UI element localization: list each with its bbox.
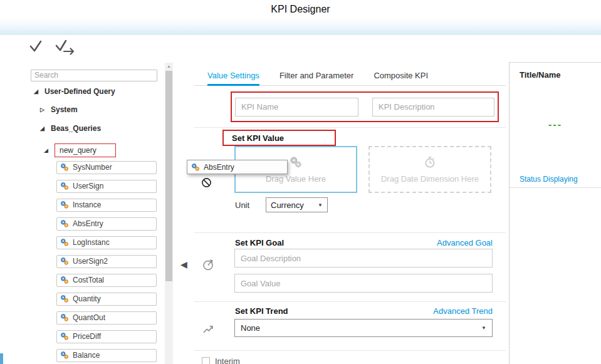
query-field-item[interactable]: UserSign2 bbox=[56, 255, 157, 268]
field-icon bbox=[60, 351, 69, 360]
tree-node-label: System bbox=[51, 105, 78, 114]
query-field-item[interactable]: UserSign bbox=[56, 180, 157, 193]
chevron-down-icon: ▼ bbox=[481, 325, 486, 331]
unit-label: Unit bbox=[235, 200, 249, 210]
window-edge-accent bbox=[0, 353, 3, 364]
sidebar-scrollbar[interactable]: ▲ bbox=[165, 63, 173, 364]
field-icon bbox=[60, 313, 69, 322]
set-kpi-trend-title: Set KPI Trend bbox=[235, 306, 288, 316]
field-icon bbox=[191, 163, 200, 172]
query-field-item[interactable]: PriceDiff bbox=[56, 330, 157, 343]
query-field-item[interactable]: SysNumber bbox=[56, 161, 157, 174]
query-field-item[interactable]: Balance bbox=[56, 349, 157, 362]
query-field-list: SysNumber UserSign Instance bbox=[56, 161, 157, 362]
field-label: QuantOut bbox=[73, 313, 105, 322]
page-title: KPI Designer bbox=[0, 0, 601, 15]
field-icon-grey bbox=[290, 156, 302, 171]
field-icon bbox=[60, 332, 69, 341]
query-field-item[interactable]: Instance bbox=[56, 199, 157, 212]
query-field-item[interactable]: AbsEntry bbox=[56, 217, 157, 231]
field-icon bbox=[60, 238, 69, 247]
collapse-sidebar-handle[interactable]: ◀ bbox=[180, 259, 187, 269]
clock-icon bbox=[424, 156, 436, 171]
set-kpi-goal-title: Set KPI Goal bbox=[235, 238, 284, 247]
query-field-item[interactable]: LogInstanc bbox=[56, 236, 157, 249]
status-displaying-link[interactable]: Status Displaying bbox=[520, 175, 578, 184]
field-label: AbsEntry bbox=[73, 219, 103, 228]
goal-value-input[interactable] bbox=[234, 274, 493, 293]
preview-panel: Title/Name --- Status Displaying bbox=[509, 62, 601, 364]
field-label: Quantity bbox=[73, 294, 101, 303]
field-icon bbox=[60, 200, 69, 209]
unit-select[interactable]: Currency ▼ bbox=[266, 197, 328, 212]
field-label: Instance bbox=[73, 200, 101, 209]
section-divider bbox=[194, 350, 506, 351]
field-icon bbox=[60, 163, 69, 172]
trend-chart-icon bbox=[202, 323, 215, 338]
tab-composite-kpi[interactable]: Composite KPI bbox=[374, 67, 428, 84]
no-drop-cursor-icon bbox=[201, 177, 212, 190]
dragged-field-label: AbsEntry bbox=[204, 163, 234, 172]
field-label: PriceDiff bbox=[73, 332, 101, 341]
query-tree: ◢ User-Defined Query ▷ System ◢ Beas_Que… bbox=[31, 87, 157, 362]
field-icon bbox=[60, 276, 69, 284]
kpi-description-input[interactable] bbox=[372, 98, 494, 117]
selected-query-box[interactable]: new_query bbox=[55, 143, 116, 157]
tree-expanded-icon[interactable]: ◢ bbox=[44, 147, 50, 153]
query-sidebar: ◢ User-Defined Query ▷ System ◢ Beas_Que… bbox=[31, 69, 157, 362]
set-kpi-value-title: Set KPI Value bbox=[222, 130, 336, 146]
field-label: CostTotal bbox=[73, 276, 104, 284]
app-header: KPI Designer bbox=[0, 0, 601, 35]
tree-node-beas-queries[interactable]: ◢ Beas_Queries bbox=[40, 124, 157, 133]
field-icon bbox=[60, 294, 69, 303]
tree-node-label: User-Defined Query bbox=[44, 87, 115, 96]
confirm-and-next-button[interactable] bbox=[54, 38, 76, 58]
field-label: LogInstanc bbox=[73, 238, 110, 247]
section-divider bbox=[194, 127, 506, 128]
field-icon bbox=[60, 257, 69, 266]
advanced-goal-link[interactable]: Advanced Goal bbox=[376, 238, 493, 247]
section-divider bbox=[194, 301, 506, 302]
kpi-designer-window: KPI Designer ◢ User-Defined Query ▷ bbox=[0, 0, 601, 364]
checkmark-icon bbox=[28, 46, 44, 56]
tree-node-system[interactable]: ▷ System bbox=[40, 105, 157, 114]
tab-value-settings[interactable]: Value Settings bbox=[207, 67, 259, 86]
preview-title: Title/Name bbox=[520, 70, 601, 80]
kpi-name-input[interactable] bbox=[235, 98, 358, 117]
confirm-button[interactable] bbox=[28, 38, 44, 57]
field-label: UserSign bbox=[73, 182, 103, 190]
query-field-item[interactable]: QuantOut bbox=[56, 311, 157, 325]
tab-bar: Value SettingsFilter and ParameterCompos… bbox=[194, 67, 506, 86]
interim-label: Interim bbox=[215, 356, 240, 364]
trend-select[interactable]: None ▼ bbox=[234, 319, 493, 337]
preview-divider bbox=[510, 187, 601, 188]
chevron-down-icon: ▼ bbox=[318, 202, 323, 208]
checkmark-arrow-icon bbox=[54, 47, 76, 58]
advanced-trend-link[interactable]: Advanced Trend bbox=[376, 306, 493, 316]
goal-description-input[interactable] bbox=[234, 249, 493, 268]
field-label: SysNumber bbox=[73, 163, 112, 172]
query-field-item[interactable]: CostTotal bbox=[56, 274, 157, 287]
tree-node-user-defined-query[interactable]: ◢ User-Defined Query bbox=[34, 87, 157, 96]
preview-value-placeholder: --- bbox=[510, 119, 601, 130]
trend-select-value: None bbox=[241, 323, 260, 333]
field-icon bbox=[60, 182, 69, 190]
tree-expanded-icon[interactable]: ◢ bbox=[40, 125, 46, 132]
interim-checkbox[interactable] bbox=[202, 357, 210, 364]
date-dimension-drop-zone[interactable]: Drag Date Dimension Here bbox=[368, 146, 491, 193]
tree-collapsed-icon[interactable]: ▷ bbox=[40, 107, 46, 113]
scroll-up-icon[interactable]: ▲ bbox=[165, 64, 173, 68]
goal-target-icon bbox=[202, 257, 216, 274]
interim-option: Interim bbox=[202, 356, 240, 364]
field-label: Balance bbox=[73, 351, 100, 360]
query-field-item[interactable]: Quantity bbox=[56, 293, 157, 306]
tree-node-new-query[interactable]: ◢ new_query bbox=[44, 143, 157, 157]
tree-node-label: Beas_Queries bbox=[51, 124, 101, 133]
value-drop-hint: Drag Value Here bbox=[266, 174, 326, 184]
date-drop-hint: Drag Date Dimension Here bbox=[381, 174, 479, 184]
tab-filter-and-parameter[interactable]: Filter and Parameter bbox=[280, 67, 354, 84]
search-input[interactable] bbox=[31, 70, 157, 81]
tree-expanded-icon[interactable]: ◢ bbox=[34, 88, 40, 95]
dragged-field[interactable]: AbsEntry bbox=[187, 160, 288, 174]
scrollbar-thumb[interactable] bbox=[165, 71, 172, 281]
